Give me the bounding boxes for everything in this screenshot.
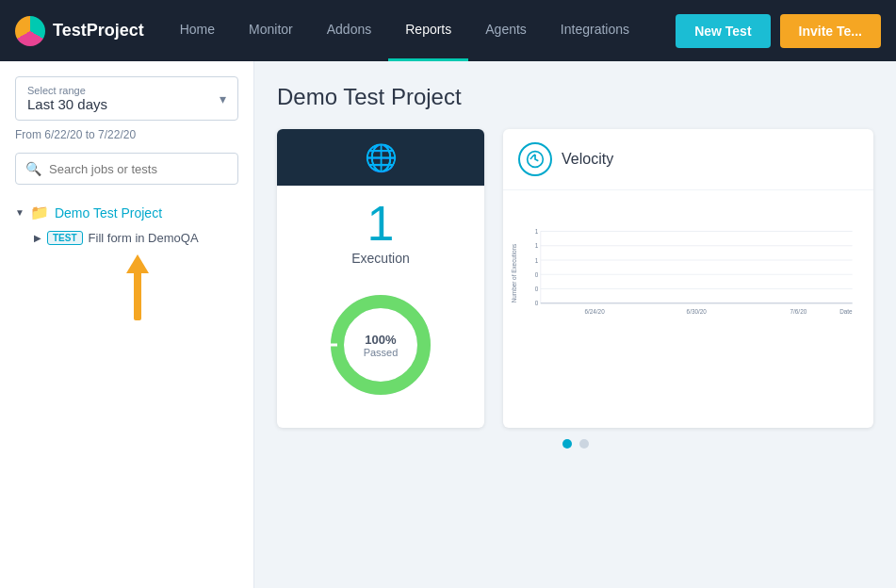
pagination-dot-1[interactable]	[562, 439, 572, 449]
sidebar: Select range Last 30 days ▾ From 6/22/20…	[0, 61, 254, 588]
test-type-badge: TEST	[47, 231, 83, 245]
arrow-body	[134, 273, 141, 320]
new-test-button[interactable]: New Test	[676, 14, 770, 48]
velocity-card: Velocity Number of Executions	[503, 129, 873, 428]
date-range-select[interactable]: Select range Last 30 days ▾	[15, 76, 238, 121]
tree-collapse-arrow: ▼	[15, 207, 24, 218]
velocity-header: Velocity	[503, 129, 873, 190]
project-name: Demo Test Project	[55, 205, 162, 220]
pagination-dots	[277, 428, 873, 460]
brand-name: TestProject	[53, 21, 144, 41]
donut-chart: 100% Passed	[324, 288, 437, 401]
brand-logo[interactable]: TestProject	[15, 16, 144, 46]
nav-reports[interactable]: Reports	[388, 0, 468, 61]
search-input[interactable]	[49, 162, 228, 176]
play-icon: ▶	[34, 233, 41, 243]
orange-arrow-icon	[36, 254, 238, 320]
svg-text:1: 1	[535, 257, 539, 264]
svg-text:1: 1	[535, 242, 539, 249]
date-range-label: Select range	[27, 85, 226, 96]
nav-monitor[interactable]: Monitor	[232, 0, 310, 61]
execution-label: Execution	[292, 251, 469, 266]
nav-agents[interactable]: Agents	[468, 0, 544, 61]
pagination-dot-2[interactable]	[579, 439, 589, 449]
velocity-chart-svg: Number of Executions 1 1 1	[511, 198, 858, 349]
chart-area: Number of Executions 1 1 1	[503, 190, 873, 360]
card-body: 1 Execution	[277, 186, 484, 428]
arrow-annotation	[36, 254, 238, 320]
svg-text:0: 0	[535, 286, 539, 292]
brand-icon	[15, 16, 45, 46]
nav-addons[interactable]: Addons	[310, 0, 388, 61]
svg-text:1: 1	[535, 228, 539, 235]
date-from-to: From 6/22/20 to 7/22/20	[15, 128, 238, 141]
donut-container: 100% Passed	[292, 281, 469, 416]
velocity-icon	[518, 142, 552, 176]
navbar: TestProject Home Monitor Addons Reports …	[0, 0, 896, 61]
page-title: Demo Test Project	[277, 84, 873, 110]
svg-text:0: 0	[535, 300, 539, 306]
svg-text:6/30/20: 6/30/20	[687, 308, 708, 315]
donut-svg	[324, 288, 437, 401]
nav-integrations[interactable]: Integrations	[544, 0, 646, 61]
search-icon: 🔍	[25, 161, 41, 176]
execution-number: 1	[292, 197, 469, 251]
velocity-title: Velocity	[562, 151, 613, 168]
layout: Select range Last 30 days ▾ From 6/22/20…	[0, 61, 896, 588]
chevron-down-icon: ▾	[220, 91, 226, 106]
tree-test-item[interactable]: ▶ TEST Fill form in DemoQA	[15, 225, 238, 251]
svg-text:6/24/20: 6/24/20	[584, 308, 605, 315]
invite-button[interactable]: Invite Te...	[780, 14, 881, 48]
card-header: 🌐	[277, 129, 484, 186]
test-name: Fill form in DemoQA	[89, 231, 199, 245]
tree-project[interactable]: ▼ 📁 Demo Test Project	[15, 200, 238, 225]
search-box: 🔍	[15, 153, 238, 185]
main-content: Demo Test Project 🌐 1 Execution	[254, 61, 896, 588]
execution-card: 🌐 1 Execution	[277, 129, 484, 428]
date-range-value: Last 30 days	[27, 96, 226, 112]
arrow-head	[126, 254, 149, 273]
svg-text:Date: Date	[839, 308, 853, 315]
svg-text:Number of Executions: Number of Executions	[511, 244, 517, 303]
svg-text:7/6/20: 7/6/20	[790, 308, 807, 315]
globe-icon: 🌐	[365, 142, 398, 173]
folder-icon: 📁	[30, 204, 49, 221]
svg-point-1	[337, 302, 424, 388]
svg-text:0: 0	[535, 271, 539, 278]
cards-row: 🌐 1 Execution	[277, 129, 873, 428]
nav-home[interactable]: Home	[163, 0, 232, 61]
